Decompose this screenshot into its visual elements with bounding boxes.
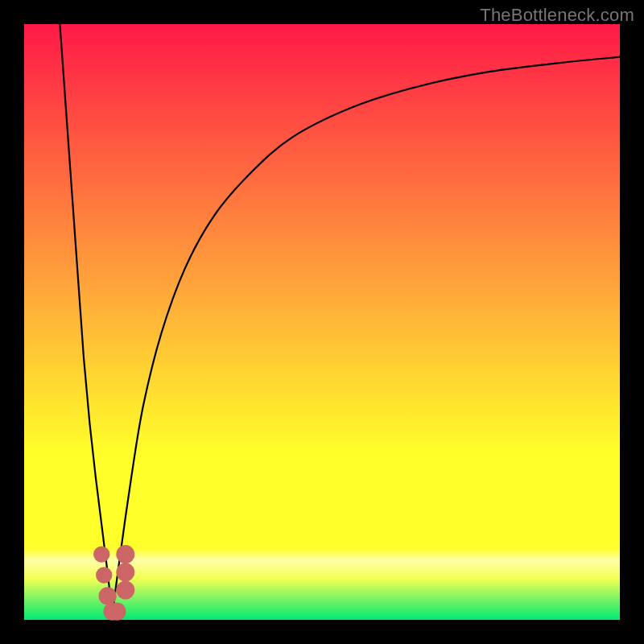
- data-marker: [99, 587, 117, 605]
- data-marker: [116, 563, 134, 581]
- attribution-text: TheBottleneck.com: [480, 5, 634, 26]
- data-marker: [116, 581, 134, 600]
- data-marker: [116, 545, 134, 564]
- data-marker: [93, 546, 109, 562]
- data-marker: [108, 603, 126, 621]
- bottleneck-chart: [0, 0, 644, 644]
- data-marker: [96, 567, 112, 583]
- plot-background: [24, 24, 620, 620]
- chart-container: { "attribution": "TheBottleneck.com", "c…: [0, 0, 644, 644]
